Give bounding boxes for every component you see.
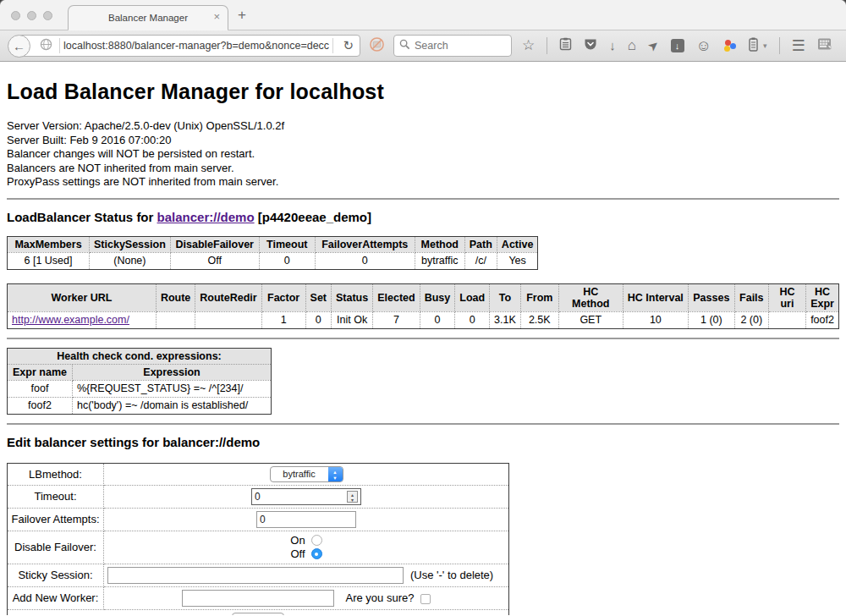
edit-balancer-form: LBmethod: bytraffic ▴▾ Timeout: xyxy=(7,463,509,616)
col-fails: Fails xyxy=(734,283,768,311)
tab-balancer-manager[interactable]: Balancer Manager × xyxy=(68,5,228,30)
reading-list-icon[interactable] xyxy=(559,37,572,54)
col-worker-url: Worker URL xyxy=(8,283,157,311)
toolbar-separator xyxy=(547,37,547,54)
edit-settings-heading: Edit balancer settings for balancer://de… xyxy=(7,435,839,449)
clipboard-extension-icon[interactable] xyxy=(749,37,758,55)
cell-elected: 7 xyxy=(373,311,420,328)
home-icon[interactable]: ⌂ xyxy=(628,39,636,52)
cell-status: Init Ok xyxy=(332,311,373,328)
col-factor: Factor xyxy=(261,283,305,311)
cell-hc-method: GET xyxy=(558,311,623,328)
sticky-session-note: (Use '-' to delete) xyxy=(410,569,493,581)
bookmark-star-icon[interactable]: ☆ xyxy=(522,39,535,52)
feedback-smiley-icon[interactable]: ☺ xyxy=(696,39,711,52)
table-caption-row: Health check cond. expressions: xyxy=(8,348,272,364)
new-tab-button[interactable]: + xyxy=(238,7,246,24)
number-spinner-icon[interactable]: ▴▾ xyxy=(347,491,358,503)
worker-url-link[interactable]: http://www.example.com/ xyxy=(12,314,129,326)
urlbar-divider xyxy=(59,38,60,53)
window-minimize-button[interactable] xyxy=(27,11,36,20)
col-hc-expr: HC Expr xyxy=(806,283,839,311)
health-check-table: Health check cond. expressions: Expr nam… xyxy=(7,348,272,415)
search-input[interactable] xyxy=(415,40,499,52)
cell-from: 2.5K xyxy=(520,311,558,328)
address-input[interactable] xyxy=(63,40,329,52)
col-routeredir: RouteRedir xyxy=(195,283,261,311)
lbmethod-select[interactable]: bytraffic ▴▾ xyxy=(270,466,343,482)
lbmethod-row: LBmethod: bytraffic ▴▾ xyxy=(8,463,509,485)
content-blocked-icon[interactable] xyxy=(369,36,385,56)
tab-bar: Balancer Manager × + xyxy=(0,0,846,30)
notice-line: ProxyPass settings are NOT inherited fro… xyxy=(7,175,839,190)
notice-line: Balancers are NOT inherited from main se… xyxy=(7,162,839,176)
health-check-caption: Health check cond. expressions: xyxy=(8,348,272,364)
window-controls xyxy=(11,11,52,20)
worker-table: Worker URL Route RouteRedir Factor Set S… xyxy=(7,283,839,329)
cell-hc-uri xyxy=(768,311,805,328)
submit-row: Submit xyxy=(8,609,509,615)
downloads-icon[interactable]: ↓ xyxy=(609,39,616,52)
tab-close-icon[interactable]: × xyxy=(213,11,220,23)
loadbalancer-status-heading: LoadBalancer Status for balancer://demo … xyxy=(7,210,839,224)
divider xyxy=(7,198,839,200)
url-bar[interactable]: ↻ xyxy=(19,35,360,57)
urlbar-divider xyxy=(332,38,333,53)
col-timeout: Timeout xyxy=(259,236,315,252)
window-zoom-button[interactable] xyxy=(43,11,52,20)
lbmethod-label: LBmethod: xyxy=(8,463,104,485)
cell-disablefailover: Off xyxy=(170,252,259,269)
failover-attempts-input[interactable] xyxy=(256,511,356,528)
cell-expression: %{REQUEST_STATUS} =~ /^[234]/ xyxy=(73,380,272,397)
col-hc-uri: HC uri xyxy=(768,283,805,311)
col-stickysession: StickySession xyxy=(90,236,171,252)
menu-icon[interactable]: ☰ xyxy=(792,39,805,52)
cell-hc-expr: foof2 xyxy=(806,311,839,328)
table-header-row: Expr name Expression xyxy=(8,364,272,380)
cell-passes: 1 (0) xyxy=(688,311,734,328)
are-you-sure-checkbox[interactable] xyxy=(420,594,431,604)
table-row: 6 [1 Used] (None) Off 0 0 bytraffic /c/ … xyxy=(8,252,538,269)
cell-path: /c/ xyxy=(464,252,497,269)
cell-active: Yes xyxy=(497,252,538,269)
send-icon[interactable]: ➤ xyxy=(645,37,662,54)
balancer-status-table: MaxMembers StickySession DisableFailover… xyxy=(7,236,538,270)
cell-routeredir xyxy=(195,311,261,328)
cell-stickysession: (None) xyxy=(90,252,171,269)
cell-load: 0 xyxy=(455,311,490,328)
disable-failover-label: Disable Failover: xyxy=(8,531,104,564)
table-header-row: Worker URL Route RouteRedir Factor Set S… xyxy=(8,283,839,311)
add-worker-label: Add New Worker: xyxy=(8,586,104,609)
browser-window: Balancer Manager × + ← ↻ ☆ xyxy=(0,0,846,616)
download-panel-icon[interactable]: ↓ xyxy=(671,39,684,52)
search-bar[interactable] xyxy=(393,35,512,57)
timeout-input[interactable] xyxy=(251,488,361,505)
status-heading-prefix: LoadBalancer Status for xyxy=(7,210,157,224)
cell-maxmembers: 6 [1 Used] xyxy=(8,252,90,269)
balancer-demo-link[interactable]: balancer://demo xyxy=(157,210,255,224)
back-button[interactable]: ← xyxy=(8,35,30,58)
disable-failover-on-radio[interactable] xyxy=(311,535,322,546)
window-close-button[interactable] xyxy=(11,11,20,20)
keyboard-extension-icon[interactable] xyxy=(817,37,832,54)
failover-attempts-row: Failover Attempts: xyxy=(8,508,509,531)
reload-icon[interactable]: ↻ xyxy=(337,38,360,53)
disable-failover-off-radio[interactable] xyxy=(311,548,322,559)
cell-method: bytraffic xyxy=(415,252,464,269)
radio-on-label: On xyxy=(290,534,305,547)
add-worker-input[interactable] xyxy=(182,590,334,607)
sticky-session-input[interactable] xyxy=(107,567,404,584)
server-info: Server Version: Apache/2.5.0-dev (Unix) … xyxy=(7,119,839,190)
pocket-icon[interactable] xyxy=(584,38,597,54)
col-path: Path xyxy=(464,236,497,252)
radio-off-label: Off xyxy=(290,547,305,561)
col-failoverattempts: FailoverAttempts xyxy=(315,236,415,252)
overflow-caret-icon[interactable]: ▾ xyxy=(763,41,767,50)
select-stepper-icon: ▴▾ xyxy=(328,467,343,481)
col-active: Active xyxy=(497,236,538,252)
col-passes: Passes xyxy=(688,283,734,311)
submit-button[interactable]: Submit xyxy=(232,613,283,616)
col-hc-interval: HC Interval xyxy=(623,283,688,311)
globe-icon xyxy=(40,38,52,54)
extension-dots-icon[interactable] xyxy=(723,39,737,52)
